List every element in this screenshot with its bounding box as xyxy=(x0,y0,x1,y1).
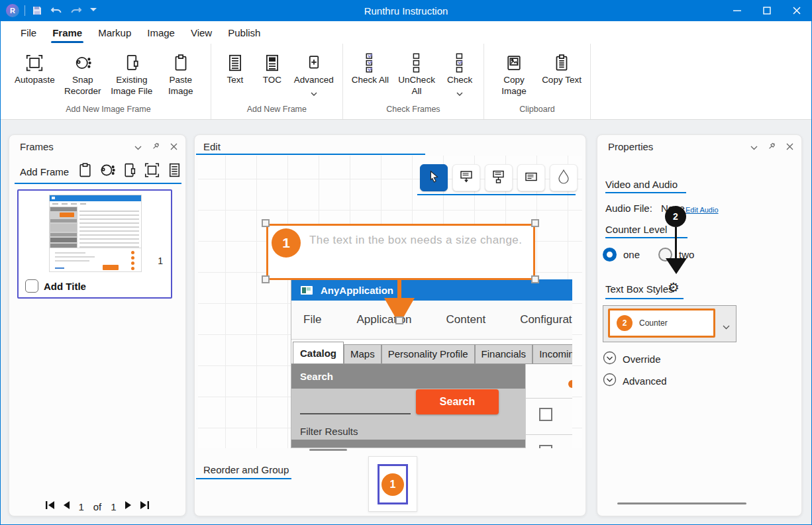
resize-handle-top-left[interactable] xyxy=(262,219,270,227)
reorder-item-card[interactable]: 1 xyxy=(368,456,417,512)
textbox-leader-tool-button[interactable] xyxy=(485,164,513,191)
screenshot-tab-incoming: Incomin xyxy=(533,344,572,363)
check-all-icon xyxy=(362,51,379,75)
resize-handle-bottom-right[interactable] xyxy=(531,275,539,283)
annotation-textbox[interactable]: 1 The text in the box needs a size chang… xyxy=(266,224,535,280)
close-button[interactable] xyxy=(782,0,811,21)
ribbon-group-label: Clipboard xyxy=(489,102,585,119)
ribbon-group-add-new-frame: Text TOC Advanced Add New Frame xyxy=(211,44,343,119)
text-box-style-dropdown[interactable]: 2 Counter xyxy=(603,305,736,342)
screenshot-tabs: Catalog Maps Personality Profile Financi… xyxy=(291,340,572,363)
collapse-panel-icon[interactable] xyxy=(134,141,142,153)
snap-recorder-icon[interactable] xyxy=(99,162,116,181)
check-button[interactable]: Check xyxy=(441,50,478,100)
override-section-toggle[interactable]: Override xyxy=(603,351,661,367)
menu-markup[interactable]: Markup xyxy=(91,23,138,42)
collapse-panel-icon[interactable] xyxy=(750,141,758,153)
redo-icon[interactable] xyxy=(70,5,82,16)
snap-recorder-icon xyxy=(73,51,93,75)
previous-page-icon[interactable] xyxy=(62,501,70,512)
window-title: Runthru Instruction xyxy=(1,5,811,17)
ribbon-group-label: Add New Image Frame xyxy=(11,102,205,119)
pin-icon[interactable] xyxy=(768,141,776,153)
cursor-icon xyxy=(427,169,441,187)
textbox-icon xyxy=(523,169,539,187)
text-doc-icon xyxy=(225,51,245,75)
menu-frame[interactable]: Frame xyxy=(46,23,89,42)
check-all-button[interactable]: Check All xyxy=(348,50,392,87)
minimize-button[interactable] xyxy=(722,0,752,21)
last-page-icon[interactable] xyxy=(139,501,150,512)
step-2-badge: 2 xyxy=(665,206,686,227)
menu-view[interactable]: View xyxy=(184,23,219,42)
counter-level-radios: one two xyxy=(603,248,713,262)
snap-recorder-button[interactable]: Snap Recorder xyxy=(58,50,107,99)
droplet-tool-button[interactable] xyxy=(550,164,578,191)
arrow-anchor-handle[interactable] xyxy=(395,316,403,324)
select-tool-button[interactable] xyxy=(420,164,448,191)
frame-thumbnail-card[interactable]: 1 Add Title xyxy=(17,189,172,299)
copy-text-button[interactable]: Copy Text xyxy=(538,50,585,87)
uncheck-all-icon xyxy=(408,51,425,75)
screenshot-tab-catalog: Catalog xyxy=(293,342,344,363)
maximize-button[interactable] xyxy=(752,0,782,21)
counter-level-heading: Counter Level xyxy=(605,224,667,235)
menu-image[interactable]: Image xyxy=(140,23,181,42)
undo-icon[interactable] xyxy=(50,5,62,16)
menu-file[interactable]: File xyxy=(14,23,43,42)
advanced-frame-button[interactable]: Advanced xyxy=(291,50,337,100)
canvas-scrollbar-thumb[interactable] xyxy=(309,449,347,451)
reorder-item-counter: 1 xyxy=(381,473,404,496)
paste-image-button[interactable]: Paste Image xyxy=(156,50,205,99)
annotation-arrow-shaft[interactable] xyxy=(397,278,401,300)
frame-number: 1 xyxy=(158,256,163,266)
paste-frame-icon[interactable] xyxy=(77,162,93,181)
panel-resize-grip[interactable] xyxy=(617,502,746,504)
gear-icon[interactable]: ⚙ xyxy=(668,281,680,294)
autopaste-button[interactable]: Autopaste xyxy=(11,50,58,87)
advanced-section-toggle[interactable]: Advanced xyxy=(603,373,667,389)
next-page-icon[interactable] xyxy=(125,501,132,512)
ribbon-group-label: Add New Frame xyxy=(217,102,337,119)
uncheck-all-button[interactable]: UnCheck All xyxy=(392,50,441,99)
screenshot-title: AnyApplication xyxy=(321,285,393,296)
app-logo-icon: R xyxy=(6,4,19,17)
screenshot-app-icon xyxy=(301,286,313,295)
chevron-down-icon xyxy=(311,87,317,99)
titlebar-separator xyxy=(25,5,25,16)
qat-dropdown-icon[interactable] xyxy=(90,8,97,13)
textbox-tool-button[interactable] xyxy=(517,164,545,191)
radio-one[interactable] xyxy=(603,248,617,262)
ribbon-group-add-new-image-frame: Autopaste Snap Recorder Existing Image F… xyxy=(6,44,211,119)
text-frame-button[interactable]: Text xyxy=(217,50,254,87)
existing-image-file-button[interactable]: Existing Image File xyxy=(107,50,156,99)
toc-frame-button[interactable]: TOC xyxy=(254,50,291,87)
menu-publish[interactable]: Publish xyxy=(221,23,267,42)
chevron-down-icon xyxy=(723,320,730,332)
add-title-checkbox[interactable] xyxy=(25,279,38,293)
edit-toolbar-underline xyxy=(417,194,576,195)
first-page-icon[interactable] xyxy=(45,501,56,512)
close-panel-icon[interactable] xyxy=(170,141,178,153)
close-panel-icon[interactable] xyxy=(786,141,793,153)
video-audio-underline xyxy=(605,192,686,193)
image-file-icon xyxy=(122,51,142,75)
annotation-text[interactable]: The text in the box needs a size change. xyxy=(309,234,528,247)
pin-icon[interactable] xyxy=(152,141,160,153)
window-controls xyxy=(722,0,811,21)
edit-audio-link[interactable]: Edit Audio xyxy=(685,206,719,214)
text-doc-icon[interactable] xyxy=(166,162,183,181)
save-icon[interactable] xyxy=(32,5,42,16)
copy-image-button[interactable]: Copy Image xyxy=(489,50,538,99)
circled-chevron-icon xyxy=(603,351,617,367)
screenshot-section-bar xyxy=(291,440,525,448)
selected-style-option: 2 Counter xyxy=(608,309,715,338)
pager-total: 1 xyxy=(109,501,117,512)
resize-handle-bottom-left[interactable] xyxy=(262,275,270,283)
autopaste-icon[interactable] xyxy=(143,162,161,181)
menubar: File Frame Markup Image View Publish xyxy=(1,21,811,44)
ribbon-group-label: Check Frames xyxy=(348,102,478,119)
resize-handle-top-right[interactable] xyxy=(531,219,539,227)
image-file-icon[interactable] xyxy=(121,162,138,181)
textbox-arrow-tool-button[interactable] xyxy=(452,164,480,191)
